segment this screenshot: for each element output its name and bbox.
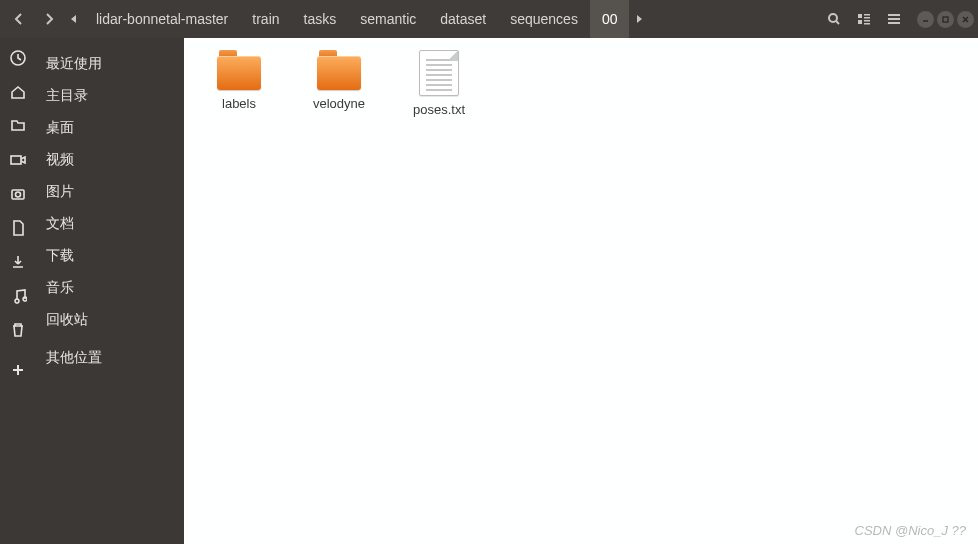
recent-icon[interactable] — [8, 48, 28, 68]
path-overflow-right-icon[interactable] — [629, 14, 649, 24]
svg-rect-3 — [864, 17, 870, 19]
crumb-dataset[interactable]: dataset — [428, 0, 498, 38]
sidebar-item-downloads[interactable]: 下载 — [36, 240, 184, 272]
crumb-train[interactable]: train — [240, 0, 291, 38]
svg-rect-5 — [864, 20, 870, 22]
places-icon-strip — [0, 38, 36, 544]
text-file-icon — [419, 50, 459, 96]
svg-point-0 — [829, 14, 837, 22]
crumb-tasks[interactable]: tasks — [292, 0, 349, 38]
path-overflow-left-icon[interactable] — [64, 14, 84, 24]
home-icon[interactable] — [8, 82, 28, 102]
pictures-icon[interactable] — [8, 184, 28, 204]
item-label: poses.txt — [413, 102, 465, 117]
crumb-sequences[interactable]: sequences — [498, 0, 590, 38]
watermark: CSDN @Nico_J ?? — [855, 523, 966, 538]
sidebar-item-documents[interactable]: 文档 — [36, 208, 184, 240]
breadcrumb: lidar-bonnetal-master train tasks semant… — [84, 0, 819, 38]
folder-velodyne[interactable]: velodyne — [304, 50, 374, 117]
folder-icon — [215, 50, 263, 90]
sidebar-item-music[interactable]: 音乐 — [36, 272, 184, 304]
item-label: labels — [222, 96, 256, 111]
item-label: velodyne — [313, 96, 365, 111]
downloads-icon[interactable] — [8, 252, 28, 272]
menu-button[interactable] — [879, 4, 909, 34]
trash-icon[interactable] — [8, 320, 28, 340]
svg-point-11 — [16, 192, 21, 197]
videos-icon[interactable] — [8, 150, 28, 170]
sidebar-item-other-locations[interactable]: 其他位置 — [36, 342, 184, 374]
documents-icon[interactable] — [8, 218, 28, 238]
back-button[interactable] — [4, 4, 34, 34]
file-poses-txt[interactable]: poses.txt — [404, 50, 474, 117]
sidebar-item-home[interactable]: 主目录 — [36, 80, 184, 112]
svg-rect-2 — [864, 14, 870, 16]
toolbar: lidar-bonnetal-master train tasks semant… — [0, 0, 978, 38]
crumb-lidar-bonnetal-master[interactable]: lidar-bonnetal-master — [84, 0, 240, 38]
sidebar: 最近使用 主目录 桌面 视频 图片 文档 下载 音乐 回收站 其他位置 — [36, 38, 184, 544]
view-toggle-button[interactable] — [849, 4, 879, 34]
crumb-semantic[interactable]: semantic — [348, 0, 428, 38]
file-view[interactable]: labels velodyne poses.txt CSDN @Nico_J ?… — [184, 38, 978, 544]
sidebar-item-recent[interactable]: 最近使用 — [36, 48, 184, 80]
maximize-button[interactable] — [937, 11, 954, 28]
crumb-00[interactable]: 00 — [590, 0, 630, 38]
svg-rect-9 — [11, 156, 21, 164]
sidebar-item-desktop[interactable]: 桌面 — [36, 112, 184, 144]
sidebar-item-trash[interactable]: 回收站 — [36, 304, 184, 336]
sidebar-item-videos[interactable]: 视频 — [36, 144, 184, 176]
music-icon[interactable] — [8, 286, 28, 306]
desktop-icon[interactable] — [8, 116, 28, 136]
svg-rect-1 — [858, 14, 862, 18]
minimize-button[interactable] — [917, 11, 934, 28]
sidebar-item-pictures[interactable]: 图片 — [36, 176, 184, 208]
other-locations-icon[interactable] — [8, 360, 28, 380]
search-button[interactable] — [819, 4, 849, 34]
svg-rect-4 — [858, 20, 862, 24]
close-button[interactable] — [957, 11, 974, 28]
svg-rect-7 — [943, 17, 948, 22]
forward-button[interactable] — [34, 4, 64, 34]
folder-icon — [315, 50, 363, 90]
window-controls — [917, 11, 974, 28]
svg-rect-6 — [864, 23, 870, 25]
folder-labels[interactable]: labels — [204, 50, 274, 117]
